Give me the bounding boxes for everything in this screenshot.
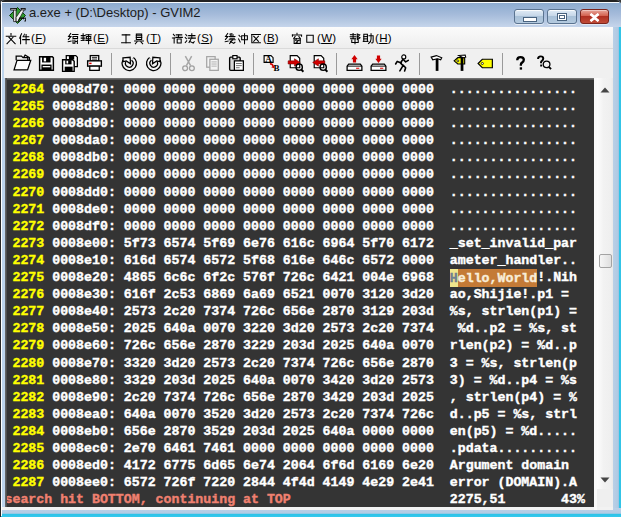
svg-text:A: A (265, 54, 272, 64)
svg-text:B: B (273, 63, 279, 73)
